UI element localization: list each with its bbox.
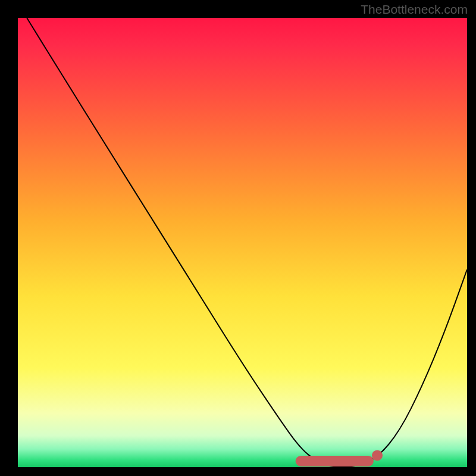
- gradient-background: [18, 18, 467, 467]
- chart-container: { "attribution": "TheBottleneck.com", "c…: [0, 0, 476, 476]
- attribution-text: TheBottleneck.com: [361, 2, 468, 17]
- marker-dot: [372, 450, 383, 461]
- bottleneck-chart: [0, 0, 476, 476]
